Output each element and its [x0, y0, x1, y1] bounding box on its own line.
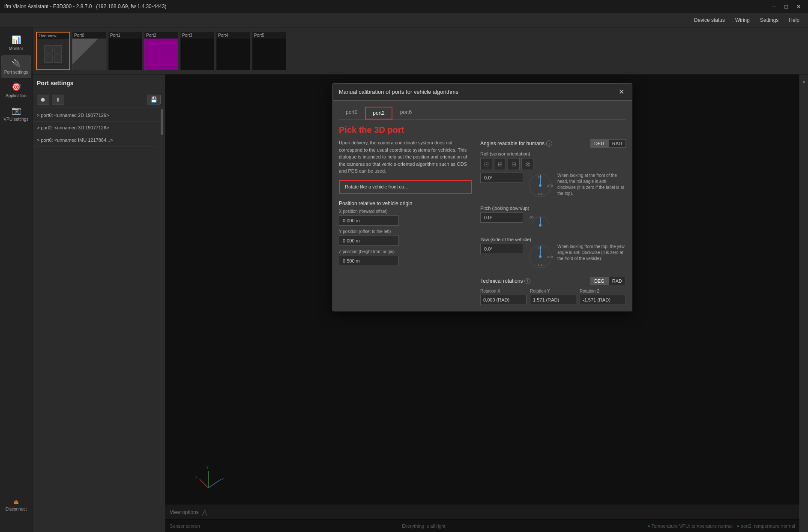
port-settings-panel: Port settings ⏺ ⏸ 💾 > port0: <unnamed 2D… [33, 75, 165, 532]
port-thumb-port3[interactable]: Port3 [180, 32, 214, 70]
angles-info-icon[interactable]: i [546, 140, 552, 146]
menubar-items: Device status Wiring Settings Help [690, 15, 804, 25]
ori-icon-2[interactable]: ⊞ [494, 158, 506, 170]
tech-rotations-section: Technical rotations i DEG RAD [480, 277, 626, 305]
pitch-input[interactable] [480, 212, 523, 223]
port-list-item-0[interactable]: > port0: <unnamed 2D 19077126> [33, 109, 159, 122]
menu-device-status[interactable]: Device status [690, 15, 729, 25]
sidebar-label-monitor: Monitor [9, 46, 23, 51]
sidebar-label-application: Application [6, 93, 27, 98]
pause-button[interactable]: ⏸ [52, 95, 64, 105]
titlebar-controls: ─ □ ✕ [769, 3, 804, 11]
ori-icon-4[interactable]: ⊠ [521, 158, 533, 170]
z-position-input[interactable] [339, 256, 399, 266]
port-settings-icon: 🔌 [12, 59, 21, 68]
port-thumb-overview[interactable]: Overview [36, 32, 70, 70]
disconnect-icon: ⏏ [13, 498, 19, 505]
content-area: Overview Port0 Port1 Port2 Port3 [33, 27, 808, 532]
pitch-input-group [480, 212, 523, 223]
dialog-overlay: Manual calibration of ports for vehicle … [165, 75, 799, 532]
record-button[interactable]: ⏺ [37, 95, 49, 105]
scrollbar[interactable] [161, 109, 163, 135]
sidebar-item-application[interactable]: 🎯 Application [1, 79, 31, 102]
ori-icon-1[interactable]: ⊡ [480, 158, 492, 170]
port-panel-header: Port settings [33, 75, 165, 92]
port-thumb-port0[interactable]: Port0 [72, 32, 106, 70]
tab-port2[interactable]: port2 [365, 107, 392, 120]
sidebar-item-port-settings[interactable]: 🔌 Port settings [1, 55, 31, 78]
menu-settings[interactable]: Settings [756, 15, 783, 25]
rotation-z-item: Rotation Z [580, 289, 626, 305]
svg-point-15 [539, 184, 542, 187]
port-image-port1 [108, 39, 142, 70]
rotation-y-input[interactable] [530, 295, 576, 305]
tech-deg-rad-toggle: DEG RAD [590, 277, 626, 285]
y-position-label: Y position (offset to the left) [339, 229, 472, 234]
tech-rad-button[interactable]: RAD [608, 277, 626, 285]
svg-rect-2 [45, 55, 52, 63]
rotation-x-input[interactable] [480, 295, 527, 305]
tech-info-icon[interactable]: i [524, 278, 530, 284]
svg-text:270: 270 [547, 184, 553, 188]
z-position-label: Z position (height from origin) [339, 249, 472, 254]
port-image-port3 [180, 39, 214, 70]
port-image-port2 [144, 39, 178, 70]
port-list-item-2[interactable]: > port2: <unnamed 3D 19077126> [33, 122, 159, 134]
dialog-title: Manual calibration of ports for vehicle … [339, 89, 458, 95]
deg-rad-toggle: DEG RAD [590, 139, 626, 148]
menu-help[interactable]: Help [784, 15, 804, 25]
port-thumb-port2[interactable]: Port2 [144, 32, 178, 70]
deg-button[interactable]: DEG [590, 139, 608, 148]
description-text: Upon delivery, the camera coordinate sys… [339, 139, 472, 175]
restore-button[interactable]: □ [782, 3, 790, 11]
port-label-port0: Port0 [72, 32, 106, 39]
sidebar-item-vpu-settings[interactable]: 📷 VPU settings [1, 102, 31, 125]
port-thumb-port5[interactable]: Port5 [252, 32, 286, 70]
port-label-overview: Overview [37, 33, 69, 39]
calibration-button[interactable]: Rotate like a vehicle front ca... [339, 180, 472, 194]
sidebar-item-monitor[interactable]: 📊 Monitor [1, 32, 31, 54]
sidebar-item-disconnect[interactable]: ⏏ Disconnect [1, 495, 31, 515]
port-list: > port0: <unnamed 2D 19077126> > port2: … [33, 108, 159, 532]
yaw-input[interactable] [480, 244, 523, 254]
dialog-tabs: port0 port2 port6 [339, 107, 626, 120]
port-thumb-port4[interactable]: Port4 [216, 32, 250, 70]
rotation-row: Rotation X Rotation Y [480, 289, 626, 305]
yaw-dial: 90 270 180 [527, 244, 553, 271]
tab-port6[interactable]: port6 [393, 107, 419, 120]
minimize-button[interactable]: ─ [769, 3, 778, 11]
svg-point-18 [539, 224, 542, 227]
calibration-dialog: Manual calibration of ports for vehicle … [332, 83, 632, 311]
x-position-input[interactable] [339, 215, 399, 226]
svg-rect-0 [45, 45, 52, 53]
position-section-label: Position relative to vehicle origin [339, 200, 472, 206]
rotation-z-input[interactable] [580, 295, 626, 305]
roll-group: Roll (sensor orientation) ⊡ ⊞ ⊟ ⊠ [480, 151, 626, 200]
sidebar-label-vpu-settings: VPU settings [4, 117, 29, 122]
dialog-close-button[interactable]: ✕ [617, 88, 626, 96]
svg-point-24 [539, 255, 542, 258]
svg-rect-1 [54, 45, 62, 53]
menu-wiring[interactable]: Wiring [731, 15, 754, 25]
titlebar-title: ifm Vision Assistant - E3D300 - 2.8.7.0 … [4, 3, 166, 9]
collapse-panel[interactable]: » [799, 75, 808, 532]
close-button[interactable]: ✕ [794, 3, 804, 11]
roll-input[interactable] [480, 173, 523, 183]
port-list-item-6[interactable]: > port6: <unnamed IMU 1217864...> [33, 134, 159, 146]
svg-text:-90: -90 [529, 215, 534, 219]
svg-text:90: 90 [538, 175, 542, 179]
port-label-port5: Port5 [252, 32, 286, 39]
svg-text:90: 90 [538, 246, 542, 250]
port-image-port0 [72, 39, 106, 70]
port-panel-title: Port settings [37, 80, 74, 87]
y-position-input[interactable] [339, 236, 399, 246]
port-image-port4 [216, 39, 250, 70]
ori-icon-3[interactable]: ⊟ [508, 158, 520, 170]
port-thumb-port1[interactable]: Port1 [108, 32, 142, 70]
tech-deg-button[interactable]: DEG [590, 277, 608, 285]
tab-port0[interactable]: port0 [339, 107, 364, 120]
rad-button[interactable]: RAD [608, 139, 626, 148]
collapse-icon: » [802, 79, 805, 85]
sidebar: 📊 Monitor 🔌 Port settings 🎯 Application … [0, 27, 33, 532]
save-button[interactable]: 💾 [147, 95, 161, 105]
